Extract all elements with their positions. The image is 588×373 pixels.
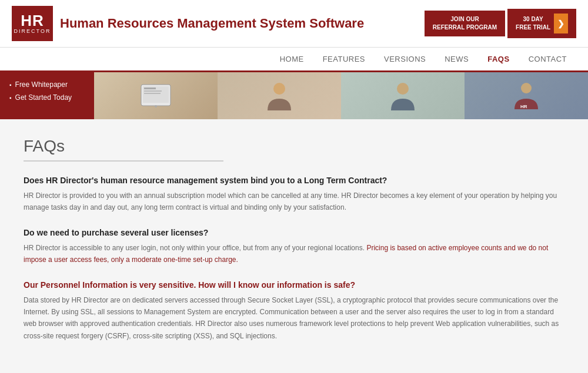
page-title: FAQs — [24, 137, 564, 156]
sidebar-get-started[interactable]: Get Started Today — [9, 93, 85, 102]
nav-contact[interactable]: CONTACT — [519, 48, 576, 70]
page-header: HR DIRECTOR Human Resources Management S… — [0, 0, 588, 48]
faq-item-3: Our Personnel Information is very sensit… — [24, 280, 564, 342]
faq-answer-3: Data stored by HR Director are on dedica… — [24, 294, 564, 342]
nav-news[interactable]: NEWS — [435, 48, 478, 70]
hero-image-2 — [218, 72, 341, 119]
logo-hr: HR — [21, 13, 44, 28]
site-title: Human Resources Management System Softwa… — [60, 16, 364, 31]
hero-image-1 — [94, 72, 218, 119]
faq-question-3: Our Personnel Information is very sensit… — [24, 280, 564, 290]
main-content: FAQs Does HR Director's human resource m… — [0, 119, 588, 373]
faq-answer-2: HR Director is accessible to any user lo… — [24, 242, 564, 266]
hero-image-4: HR — [465, 72, 588, 119]
svg-rect-3 — [144, 90, 162, 92]
person-icon-1 — [262, 78, 297, 113]
svg-rect-4 — [144, 93, 161, 94]
logo-area: HR DIRECTOR Human Resources Management S… — [12, 6, 364, 41]
uniform-icon: HR — [512, 80, 541, 112]
arrow-icon[interactable]: ❯ — [554, 14, 568, 33]
tablet-icon — [138, 83, 173, 109]
nav-home[interactable]: HOME — [270, 48, 313, 70]
free-trial-button[interactable]: 30 DAYFREE TRIAL ❯ — [507, 9, 576, 38]
person-icon-2 — [385, 78, 420, 113]
svg-point-6 — [273, 83, 285, 95]
svg-text:HR: HR — [520, 104, 527, 109]
nav-faqs[interactable]: FAQs — [478, 48, 519, 72]
svg-point-8 — [521, 83, 532, 93]
faq-item-1: Does HR Director's human resource manage… — [24, 176, 564, 214]
faq-answer-2-text: HR Director is accessible to any user lo… — [24, 244, 548, 264]
hero-section: Free Whitepaper Get Started Today — [0, 72, 588, 119]
faq-item-2: Do we need to purchase several user lice… — [24, 228, 564, 266]
header-buttons: JOIN OURREFERRAL PROGRAM 30 DAYFREE TRIA… — [425, 9, 576, 38]
svg-point-5 — [155, 105, 157, 107]
hero-image-3 — [341, 72, 465, 119]
main-navigation: HOME FEATURES VERSIONS NEWS FAQs CONTACT — [0, 48, 588, 72]
free-trial-label: 30 DAYFREE TRIAL — [516, 15, 550, 32]
logo-icon[interactable]: HR DIRECTOR — [12, 6, 53, 41]
join-referral-button[interactable]: JOIN OURREFERRAL PROGRAM — [425, 11, 505, 36]
hero-images: HR — [94, 72, 588, 119]
nav-versions[interactable]: VERSIONS — [375, 48, 435, 70]
faq-answer-1: HR Director is provided to you with an a… — [24, 190, 564, 214]
logo-director: DIRECTOR — [14, 28, 51, 34]
svg-rect-2 — [144, 88, 156, 89]
faq-question-1: Does HR Director's human resource manage… — [24, 176, 564, 185]
sidebar: Free Whitepaper Get Started Today — [0, 72, 94, 119]
nav-features[interactable]: FEATURES — [313, 48, 375, 70]
svg-point-7 — [397, 83, 409, 95]
sidebar-free-whitepaper[interactable]: Free Whitepaper — [9, 80, 85, 89]
faq-question-2: Do we need to purchase several user lice… — [24, 228, 564, 237]
heading-divider — [24, 160, 223, 162]
